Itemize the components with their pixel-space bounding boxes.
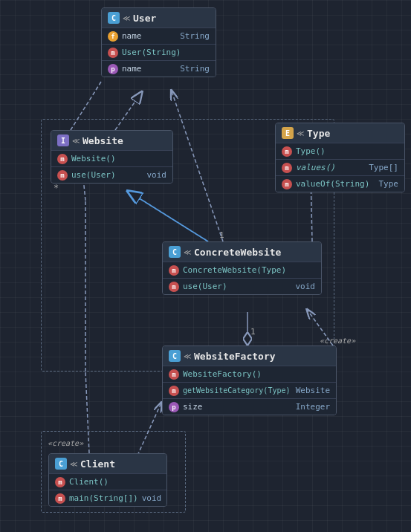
concretewebsite-header: C ≪ ConcreteWebsite [163,242,321,262]
client-member-type-2: void [142,493,162,503]
website-member-type-2: void [147,170,167,180]
websitefactory-member-type-2: Website [296,386,330,395]
website-type-icon: I [57,134,69,146]
type-member-text-2: values() [296,163,335,172]
user-method-icon-1: m [108,48,118,58]
websitefactory-method-icon-1: m [169,369,179,380]
client-member-text-2: main(String[]) [69,493,138,503]
diagram-container: * 1 1 «create» «create» [0,0,411,532]
client-stereotype: ≪ [70,460,77,468]
class-client: C ≪ Client m Client() m main(String[]) v… [48,453,167,507]
class-user: C ≪ User f name String m User(String) p … [101,7,216,77]
one-label-1: 1 [219,230,224,240]
type-member-2: m values() Type[] [276,159,404,175]
client-member-2: m main(String[]) void [49,490,166,506]
user-website-left [71,82,101,130]
star-label: * [54,183,59,193]
website-member-text-2: use(User) [71,170,116,180]
factory-create-arrow [306,308,333,346]
user-type-icon: C [108,12,120,24]
concretewebsite-method-icon-2: m [169,282,179,292]
websitefactory-class-name: WebsiteFactory [194,351,276,362]
website-method-icon-1: m [57,154,68,164]
user-member-text-3: name [122,64,142,74]
user-stereotype: ≪ [123,14,130,22]
one-label-2: 1 [250,327,256,337]
type-method-icon-1: m [282,146,292,157]
concretewebsite-member-type-2: void [296,282,316,291]
websitefactory-field-icon: p [169,402,179,412]
websitefactory-member-2: m getWebsiteCategory(Type) Website [163,382,336,398]
concretewebsite-member-text-2: use(User) [183,282,227,291]
user-member-type-3: String [180,64,210,74]
user-header: C ≪ User [102,8,216,27]
concretewebsite-method-icon-1: m [169,265,179,276]
websitefactory-member-3: p size Integer [163,398,336,415]
type-member-text-1: Type() [296,146,326,156]
concretewebsite-stereotype: ≪ [184,248,191,256]
concrete-to-website-arrow [126,190,208,241]
type-method-icon-3: m [282,179,292,189]
create-label-1: «create» [320,337,356,345]
website-member-1: m Website() [51,150,172,166]
websitefactory-header: C ≪ WebsiteFactory [163,346,336,366]
concretewebsite-type-icon: C [169,246,181,258]
class-website: I ≪ Website m Website() m use(User) void [51,130,173,184]
type-member-type-2: Type[] [369,163,398,172]
websitefactory-method-icon-2: m [169,386,179,396]
type-method-icon-2: m [282,163,292,173]
concretewebsite-member-text-1: ConcreteWebsite(Type) [183,265,286,275]
website-method-icon-2: m [57,170,68,181]
client-header: C ≪ Client [49,454,166,473]
website-header: I ≪ Website [51,131,172,150]
concrete-to-user-arrow [171,89,223,241]
concretewebsite-member-2: m use(User) void [163,278,321,294]
class-websitefactory: C ≪ WebsiteFactory m WebsiteFactory() m … [162,346,337,415]
user-member-1: f name String [102,27,216,44]
websitefactory-member-text-1: WebsiteFactory() [183,369,262,379]
client-method-icon-2: m [55,493,65,504]
websitefactory-member-1: m WebsiteFactory() [163,366,336,382]
client-type-icon: C [55,458,67,470]
user-member-text-2: User(String) [122,48,181,57]
websitefactory-type-icon: C [169,350,181,362]
user-field-icon-1: f [108,31,118,42]
type-member-1: m Type() [276,143,404,159]
website-member-2: m use(User) void [51,166,172,183]
websitefactory-stereotype: ≪ [184,352,191,360]
website-to-user-arrow [115,91,143,130]
user-member-type-1: String [180,31,210,41]
type-member-type-3: Type [379,179,399,189]
type-class-name: Type [307,128,330,139]
client-member-text-1: Client() [69,477,109,487]
website-stereotype: ≪ [72,137,80,145]
user-member-2: m User(String) [102,44,216,60]
website-member-text-1: Website() [71,154,116,163]
user-member-text-1: name [122,31,142,41]
type-header: E ≪ Type [276,123,404,143]
class-concretewebsite: C ≪ ConcreteWebsite m ConcreteWebsite(Ty… [162,241,322,295]
websitefactory-member-text-3: size [183,402,203,412]
user-field-icon-2: p [108,64,118,74]
user-class-name: User [133,13,156,24]
class-type: E ≪ Type m Type() m values() Type[] m va… [275,123,405,192]
type-stereotype: ≪ [297,129,304,137]
create-label-2: «create» [48,439,84,447]
websitefactory-member-type-3: Integer [296,402,330,412]
client-method-icon-1: m [55,477,65,487]
client-to-website-line [85,372,89,453]
concretewebsite-member-1: m ConcreteWebsite(Type) [163,262,321,278]
user-member-3: p name String [102,60,216,77]
websitefactory-member-text-2: getWebsiteCategory(Type) [183,386,291,395]
client-member-1: m Client() [49,473,166,490]
type-type-icon: E [282,127,294,139]
type-member-3: m valueOf(String) Type [276,175,404,192]
type-member-text-3: valueOf(String) [296,179,369,189]
concretewebsite-class-name: ConcreteWebsite [194,247,281,258]
client-class-name: Client [80,458,115,470]
website-class-name: Website [82,135,123,146]
